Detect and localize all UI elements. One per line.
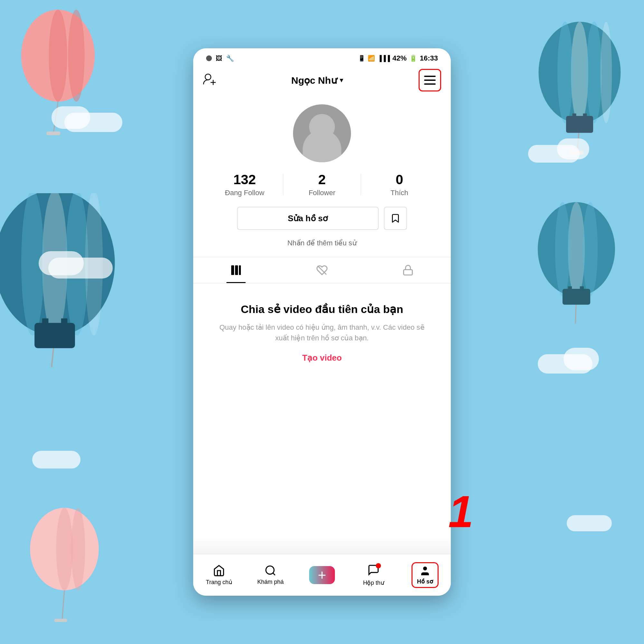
followers-label: Follower xyxy=(308,189,335,197)
svg-rect-35 xyxy=(568,286,572,291)
svg-rect-2 xyxy=(46,132,60,135)
nav-home[interactable]: Trang chủ xyxy=(193,554,245,596)
svg-rect-14 xyxy=(583,114,587,119)
battery-percent: 42% xyxy=(393,54,407,62)
status-wrench-icon: 🔧 xyxy=(226,54,234,62)
svg-point-4 xyxy=(68,10,84,102)
svg-point-11 xyxy=(601,22,612,123)
svg-line-33 xyxy=(575,296,576,324)
empty-state-title: Chia sẻ video đầu tiên của bạn xyxy=(241,303,403,316)
svg-line-46 xyxy=(273,573,275,575)
svg-line-16 xyxy=(52,336,55,367)
phone-frame: 🖼 🔧 📱 📶 ▐▐▐ 42% 🔋 16:33 Ngọc Như ▾ xyxy=(193,48,451,596)
nav-profile-label: Hồ sơ xyxy=(417,578,433,585)
stats-row: 132 Đang Follow 2 Follower 0 Thích xyxy=(206,172,438,197)
nav-profile[interactable]: Hồ sơ xyxy=(399,554,451,596)
nav-plus[interactable]: + xyxy=(296,554,348,596)
svg-point-32 xyxy=(555,202,570,296)
svg-point-37 xyxy=(205,74,211,80)
tab-liked[interactable] xyxy=(279,257,365,283)
svg-point-0 xyxy=(21,10,95,102)
username-text: Ngọc Như xyxy=(291,75,337,86)
avatar-head xyxy=(309,114,335,140)
notification-dot xyxy=(376,563,381,568)
edit-profile-button[interactable]: Sửa hồ sơ xyxy=(237,207,379,230)
svg-rect-42 xyxy=(239,265,241,275)
svg-point-18 xyxy=(65,193,88,336)
svg-rect-22 xyxy=(42,318,49,327)
svg-rect-34 xyxy=(563,289,590,305)
status-image-icon: 🖼 xyxy=(216,55,222,62)
bottom-nav: Trang chủ Khám phá + Hộp thư xyxy=(193,554,451,596)
status-left-icons: 🖼 🔧 xyxy=(206,54,234,62)
svg-point-9 xyxy=(586,22,602,123)
nav-explore-label: Khám phá xyxy=(257,579,284,585)
svg-point-19 xyxy=(21,193,44,336)
empty-state: Chia sẻ video đầu tiên của bạn Quay hoặc… xyxy=(193,283,451,535)
svg-rect-36 xyxy=(580,286,584,291)
svg-rect-21 xyxy=(34,323,75,348)
svg-rect-40 xyxy=(231,265,234,275)
menu-line-1 xyxy=(424,76,436,77)
signal-icon: ▐▐▐ xyxy=(377,55,390,62)
svg-line-25 xyxy=(62,590,64,620)
nav-explore[interactable]: Khám phá xyxy=(245,554,296,596)
bio-text[interactable]: Nhấn để thêm tiểu sử xyxy=(287,239,356,247)
svg-point-15 xyxy=(0,193,115,336)
battery-icon: 🔋 xyxy=(409,54,417,62)
nav-inbox-label: Hộp thư xyxy=(363,579,384,586)
svg-point-24 xyxy=(30,508,99,590)
sim-icon: 📱 xyxy=(358,55,365,62)
svg-point-47 xyxy=(423,566,427,570)
dropdown-icon: ▾ xyxy=(340,76,343,84)
tab-videos[interactable] xyxy=(193,257,279,283)
svg-point-5 xyxy=(539,22,621,123)
tab-private[interactable] xyxy=(365,257,451,283)
status-circle-icon xyxy=(206,55,212,61)
nav-profile-active-border: Hồ sơ xyxy=(412,562,439,588)
svg-point-3 xyxy=(49,10,67,102)
action-buttons: Sửa hồ sơ xyxy=(206,207,438,230)
svg-point-45 xyxy=(266,566,274,574)
svg-point-27 xyxy=(56,508,72,590)
svg-rect-12 xyxy=(566,116,593,133)
followers-count: 2 xyxy=(318,172,326,187)
svg-point-28 xyxy=(71,508,85,590)
svg-rect-23 xyxy=(61,318,68,327)
svg-point-31 xyxy=(583,202,598,296)
stat-likes[interactable]: 0 Thích xyxy=(361,172,438,197)
empty-state-description: Quay hoặc tải lên video có hiệu ứng, âm … xyxy=(213,322,431,343)
profile-section: 132 Đang Follow 2 Follower 0 Thích Sửa h… xyxy=(193,98,451,257)
profile-username[interactable]: Ngọc Như ▾ xyxy=(291,75,343,86)
menu-line-2 xyxy=(424,80,436,81)
menu-button[interactable] xyxy=(419,69,441,91)
nav-inbox[interactable]: Hộp thư xyxy=(348,554,399,596)
svg-rect-7 xyxy=(569,151,583,155)
profile-header: Ngọc Như ▾ 2 xyxy=(193,66,451,98)
likes-label: Thích xyxy=(391,189,408,197)
svg-point-20 xyxy=(85,193,103,336)
svg-rect-44 xyxy=(403,270,412,275)
inbox-icon-container xyxy=(367,564,380,577)
svg-rect-13 xyxy=(573,114,576,119)
plus-button[interactable]: + xyxy=(309,566,335,584)
wifi-icon: 📶 xyxy=(368,55,375,62)
menu-line-3 xyxy=(424,83,436,85)
stat-following[interactable]: 132 Đang Follow xyxy=(206,172,283,197)
following-count: 132 xyxy=(233,172,256,187)
create-video-button[interactable]: Tạo video xyxy=(302,353,342,363)
svg-line-6 xyxy=(577,123,580,152)
bookmark-button[interactable] xyxy=(384,207,407,230)
add-user-button[interactable] xyxy=(203,72,216,88)
likes-count: 0 xyxy=(396,172,403,187)
svg-point-30 xyxy=(568,202,585,296)
annotation-number-1: 1 xyxy=(448,486,473,538)
status-bar: 🖼 🔧 📱 📶 ▐▐▐ 42% 🔋 16:33 xyxy=(193,48,451,66)
svg-point-10 xyxy=(557,22,573,123)
svg-rect-41 xyxy=(235,265,238,275)
status-right-info: 📱 📶 ▐▐▐ 42% 🔋 16:33 xyxy=(358,54,438,62)
stat-followers[interactable]: 2 Follower xyxy=(283,172,360,197)
tabs-row xyxy=(193,257,451,283)
avatar xyxy=(293,104,351,162)
following-label: Đang Follow xyxy=(225,189,264,197)
